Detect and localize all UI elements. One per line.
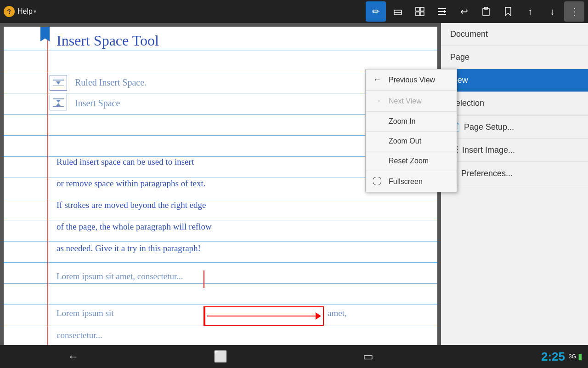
tab-document[interactable]: Document <box>441 23 588 46</box>
next-view-icon: → <box>373 96 384 106</box>
ctx-fullscreen[interactable]: ⛶ Fullscreen <box>366 171 457 192</box>
help-section: ? Help ▾ <box>4 6 36 17</box>
scroll-up-button[interactable]: ↑ <box>520 1 540 22</box>
fullscreen-icon: ⛶ <box>373 177 384 186</box>
insert-icon2 <box>50 95 67 110</box>
panel-tabs: Document Page View Selection <box>441 23 588 115</box>
lorem1-text: Lorem ipsum sit amet, consectetur... <box>57 271 183 282</box>
status-bar: 2:25 3G ▮ <box>441 345 588 368</box>
lorem2b-text: consectetur... <box>57 330 102 340</box>
dropdown-arrow: ▾ <box>34 8 36 15</box>
bookmark-flag <box>40 27 50 41</box>
context-menu: ← Previous View → Next View Zoom In Zoom… <box>365 69 457 192</box>
insert-image-label: Insert Image... <box>462 145 515 155</box>
align-tool-button[interactable] <box>432 1 452 22</box>
insert-icons <box>50 75 67 91</box>
signal-area: 3G ▮ <box>569 351 582 362</box>
next-view-label: Next View <box>389 97 422 105</box>
line <box>4 51 437 51</box>
bottom-nav-bar: ← ⬜ ▭ <box>0 345 441 368</box>
insert-space-text: Insert Space <box>75 98 120 109</box>
more-button[interactable]: ⋮ <box>564 1 584 22</box>
svg-rect-2 <box>416 7 419 11</box>
undo-button[interactable]: ↩ <box>454 1 474 22</box>
reset-zoom-label: Reset Zoom <box>389 157 429 165</box>
line <box>4 305 437 305</box>
home-button[interactable]: ⬜ <box>206 346 235 367</box>
zoom-in-label: Zoom In <box>389 117 416 126</box>
ctx-reset-zoom[interactable]: Reset Zoom <box>366 151 457 171</box>
tab-view[interactable]: View <box>441 69 588 92</box>
toolbar-icons: ✏ ↩ ↑ ↓ ⋮ <box>366 1 584 22</box>
previous-view-icon: ← <box>373 75 384 85</box>
clipboard-button[interactable] <box>476 1 496 22</box>
grid-tool-button[interactable] <box>410 1 430 22</box>
zoom-out-label: Zoom Out <box>389 137 421 145</box>
page-setup-item[interactable]: 📄 Page Setup... <box>441 115 588 139</box>
svg-rect-3 <box>420 7 424 11</box>
preferences-item[interactable]: ⚙ Preferences... <box>441 162 588 185</box>
ctx-previous-view[interactable]: ← Previous View <box>366 69 457 91</box>
right-panel: Document Page View Selection 📄 Page Setu… <box>441 23 588 368</box>
previous-view-label: Previous View <box>389 76 435 84</box>
ctx-zoom-out[interactable]: Zoom Out <box>366 132 457 151</box>
bookmark-button[interactable] <box>498 1 518 22</box>
svg-marker-12 <box>505 7 511 16</box>
main-area: Insert Space Tool Ruled Insert Space. In… <box>0 23 588 368</box>
line <box>4 283 437 284</box>
svg-rect-5 <box>420 12 424 16</box>
insert-image-item[interactable]: 🖼 Insert Image... <box>441 139 588 162</box>
line <box>4 262 437 263</box>
tab-selection[interactable]: Selection <box>441 92 588 115</box>
svg-rect-4 <box>416 12 419 16</box>
ctx-zoom-in[interactable]: Zoom In <box>366 112 457 132</box>
cursor-line1 <box>204 270 204 288</box>
lorem2-end-text: amet, <box>328 308 347 318</box>
panel-extra-items: 📄 Page Setup... 🖼 Insert Image... ⚙ Pref… <box>441 115 588 185</box>
ruled-insert-text: Ruled Insert Space. <box>75 77 147 88</box>
eraser-tool-button[interactable] <box>388 1 408 22</box>
back-button[interactable]: ← <box>60 346 86 367</box>
recents-button[interactable]: ▭ <box>356 346 381 367</box>
lorem2-text: Lorem ipsum sit <box>57 308 114 318</box>
insert-box <box>204 306 324 326</box>
battery-icon: ▮ <box>578 351 582 362</box>
pen-tool-button[interactable]: ✏ <box>366 1 386 22</box>
scroll-down-button[interactable]: ↓ <box>542 1 562 22</box>
help-label: Help <box>17 7 33 16</box>
help-icon: ? <box>2 5 16 18</box>
fullscreen-label: Fullscreen <box>389 178 423 186</box>
toolbar: ? Help ▾ ✏ ↩ ↑ ↓ ⋮ <box>0 0 588 23</box>
tab-page[interactable]: Page <box>441 46 588 69</box>
signal-text: 3G <box>569 353 576 360</box>
svg-marker-9 <box>444 10 446 13</box>
margin-line <box>47 27 48 364</box>
notebook-title: Insert Space Tool <box>57 32 159 49</box>
line <box>4 326 437 326</box>
page-setup-label: Page Setup... <box>464 122 514 132</box>
time-display: 2:25 <box>541 350 565 364</box>
preferences-label: Preferences... <box>461 169 513 178</box>
ctx-next-view[interactable]: → Next View <box>366 91 457 112</box>
